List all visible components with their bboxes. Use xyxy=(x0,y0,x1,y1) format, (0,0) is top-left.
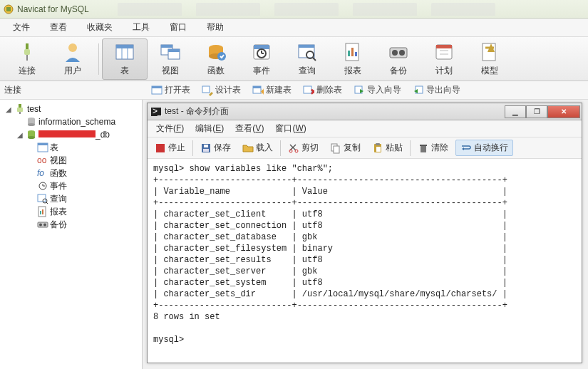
trash-icon xyxy=(418,142,429,154)
child-titlebar[interactable]: >_ test - 命令列介面 xyxy=(148,103,582,120)
svg-rect-30 xyxy=(355,52,357,56)
separator xyxy=(410,140,411,156)
new-table-button[interactable]: ✸新建表 xyxy=(248,84,296,96)
table-button[interactable]: 表 xyxy=(102,38,148,80)
model-button[interactable]: 模型 xyxy=(467,38,512,80)
report-button[interactable]: 报表 xyxy=(330,38,376,80)
minimize-button[interactable] xyxy=(505,105,526,118)
function-icon: fo xyxy=(37,167,48,179)
menu-window[interactable]: 窗口 xyxy=(160,21,197,33)
menu-favorites[interactable]: 收藏夹 xyxy=(77,21,123,33)
schedule-button[interactable]: 计划 xyxy=(421,38,467,80)
tree-twisty[interactable]: ◢ xyxy=(16,131,24,139)
svg-point-32 xyxy=(392,50,398,56)
model-icon xyxy=(478,41,501,63)
connection-tree: ◢ test information_schema ◢ _db 表 oo视图 f… xyxy=(1,103,140,231)
svg-rect-74 xyxy=(40,211,41,214)
connect-button[interactable]: 连接 xyxy=(4,38,50,80)
tree-connection[interactable]: ◢ test xyxy=(1,103,140,115)
tree-db-information-schema[interactable]: information_schema xyxy=(1,115,140,128)
tree-backups[interactable]: 备份 xyxy=(1,218,140,231)
view-button[interactable]: 视图 xyxy=(148,38,193,80)
menu-view[interactable]: 查看 xyxy=(40,21,77,33)
copy-button[interactable]: 复制 xyxy=(326,142,365,154)
maximize-button[interactable] xyxy=(526,105,547,118)
svg-text:fo: fo xyxy=(37,168,44,178)
query-icon xyxy=(37,193,48,204)
tree-events[interactable]: 事件 xyxy=(1,180,140,192)
connection-icon xyxy=(14,103,26,115)
menu-help[interactable]: 帮助 xyxy=(197,21,234,33)
query-icon xyxy=(296,41,319,63)
event-button[interactable]: 事件 xyxy=(239,38,284,80)
separator xyxy=(192,140,193,156)
paste-icon xyxy=(372,142,383,154)
svg-marker-96 xyxy=(462,147,464,150)
separator xyxy=(98,43,99,75)
query-button[interactable]: 查询 xyxy=(284,38,330,80)
child-menu-window[interactable]: 窗口(W) xyxy=(269,123,311,135)
tree-db-redacted[interactable]: ◢ _db xyxy=(1,128,140,141)
browser-tabs-bg xyxy=(89,3,585,16)
table-icon xyxy=(37,142,48,153)
svg-text:✖: ✖ xyxy=(310,87,314,96)
menubar: 文件 查看 收藏夹 工具 窗口 帮助 xyxy=(0,19,588,37)
event-icon xyxy=(250,41,273,63)
svg-text:✸: ✸ xyxy=(260,87,264,96)
svg-point-17 xyxy=(217,52,226,61)
delete-table-button[interactable]: ✖删除表 xyxy=(299,84,346,96)
child-toolbar: 停止 保存 载入 剪切 复制 粘贴 清除 自动换行 xyxy=(148,137,582,159)
tree-queries[interactable]: 查询 xyxy=(1,192,140,205)
svg-rect-70 xyxy=(38,194,46,202)
svg-rect-1 xyxy=(6,7,11,11)
tree-functions[interactable]: fo函数 xyxy=(1,167,140,180)
svg-rect-81 xyxy=(156,144,165,152)
wrap-icon xyxy=(460,142,472,154)
tree-views[interactable]: oo视图 xyxy=(1,154,140,167)
svg-line-72 xyxy=(46,202,48,204)
open-table-icon xyxy=(151,85,163,96)
svg-rect-55 xyxy=(17,108,23,112)
backup-icon xyxy=(37,219,48,230)
cut-button[interactable]: 剪切 xyxy=(284,142,323,154)
svg-line-26 xyxy=(313,58,316,61)
svg-rect-64 xyxy=(38,143,48,145)
load-button[interactable]: 载入 xyxy=(238,142,277,154)
svg-rect-84 xyxy=(203,149,209,152)
svg-rect-4 xyxy=(26,55,28,61)
export-wizard-button[interactable]: 导出向导 xyxy=(408,84,465,96)
redacted-text xyxy=(38,130,96,137)
svg-rect-94 xyxy=(421,145,426,152)
tree-twisty[interactable]: ◢ xyxy=(4,105,13,113)
paste-button[interactable]: 粘贴 xyxy=(368,142,407,154)
child-menu-edit[interactable]: 编辑(E) xyxy=(190,123,229,135)
copy-icon xyxy=(330,142,341,154)
wrap-toggle[interactable]: 自动换行 xyxy=(455,140,513,156)
clear-button[interactable]: 清除 xyxy=(413,142,453,154)
save-button[interactable]: 保存 xyxy=(196,142,235,154)
open-table-button[interactable]: 打开表 xyxy=(147,84,195,96)
main-toolbar: 连接 用户 表 视图 函数 事件 查询 报表 备份 计划 模型 xyxy=(0,37,588,81)
close-button[interactable] xyxy=(547,105,580,118)
folder-icon xyxy=(242,142,254,154)
report-icon xyxy=(341,41,364,63)
menu-file[interactable]: 文件 xyxy=(3,21,40,33)
stop-button[interactable]: 停止 xyxy=(150,142,190,154)
tree-reports[interactable]: 报表 xyxy=(1,205,140,218)
svg-rect-2 xyxy=(26,43,29,49)
child-menu-file[interactable]: 文件(F) xyxy=(150,123,190,135)
menu-tools[interactable]: 工具 xyxy=(123,21,160,33)
console-output[interactable]: mysql> show variables like "char%"; +---… xyxy=(148,159,582,363)
backup-button[interactable]: 备份 xyxy=(376,38,421,80)
svg-point-59 xyxy=(28,123,35,126)
function-button[interactable]: 函数 xyxy=(193,38,239,80)
child-menu-view[interactable]: 查看(V) xyxy=(229,123,269,135)
svg-rect-83 xyxy=(204,145,208,147)
user-button[interactable]: 用户 xyxy=(50,38,96,80)
design-table-button[interactable]: 设计表 xyxy=(197,84,245,96)
tree-tables[interactable]: 表 xyxy=(1,141,140,154)
import-wizard-button[interactable]: 导入向导 xyxy=(349,84,406,96)
import-icon xyxy=(354,85,365,96)
database-icon xyxy=(26,116,37,128)
new-table-icon: ✸ xyxy=(252,85,264,96)
